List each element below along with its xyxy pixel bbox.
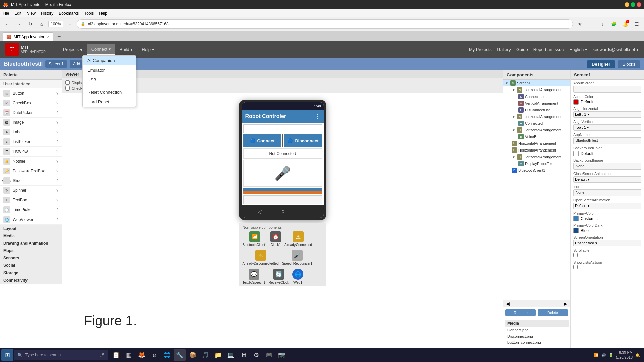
slider-help-icon[interactable]: ? — [56, 179, 58, 183]
refresh-button[interactable]: ↻ — [25, 19, 35, 29]
active-tab[interactable]: 🧱 MIT App Inventor ✕ — [3, 32, 53, 41]
notification-icon[interactable]: 🔔1 — [621, 19, 630, 29]
palette-category-storage[interactable]: Storage — [0, 269, 62, 277]
tablet-preview-checkbox[interactable] — [65, 86, 70, 90]
prop-closescreenanimation-select[interactable]: Default ▾ — [573, 176, 641, 183]
taskbar-ie[interactable]: e — [148, 349, 160, 361]
menu-edit[interactable]: Edit — [14, 11, 21, 16]
home-button[interactable]: ⌂ — [37, 19, 46, 29]
tab-close-button[interactable]: ✕ — [47, 35, 50, 39]
nav-connect[interactable]: Connect ▾ — [87, 44, 115, 55]
nonvisible-alreadyconnected[interactable]: ⚠ AlreadyConnected — [284, 231, 312, 247]
menu-file[interactable]: File — [3, 11, 9, 16]
media-item-disconnect[interactable]: Disconnect.png — [505, 333, 569, 339]
taskbar-chrome[interactable]: 🌐 — [161, 349, 173, 361]
palette-category-maps[interactable]: Maps — [0, 247, 62, 254]
taskbar-app2[interactable]: 📦 — [186, 349, 199, 361]
prop-alignvertical-select[interactable]: Top : 1 ▾ — [573, 124, 641, 131]
dropdown-hard-reset[interactable]: Hard Reset — [83, 97, 136, 107]
comp-connectlist[interactable]: L ConnectList — [503, 93, 570, 100]
palette-item-spinner[interactable]: ↻ Spinner ? — [0, 186, 62, 195]
palette-item-slider[interactable]: ⟵⟶ Slider ? — [0, 176, 62, 186]
zoom-increase-button[interactable]: + — [65, 19, 75, 29]
palette-category-drawing[interactable]: Drawing and Animation — [0, 240, 62, 247]
datepicker-help-icon[interactable]: ? — [56, 111, 58, 115]
prop-screenorientation-select[interactable]: Unspecified ▾ — [573, 240, 641, 246]
comp-va[interactable]: V VerticalArrangement — [503, 100, 570, 107]
prop-appname-value[interactable]: BluetoothTest — [573, 137, 641, 144]
display-hidden-checkbox[interactable] — [65, 80, 70, 85]
button-help-icon[interactable]: ? — [56, 91, 58, 95]
comp-ha3[interactable]: ▼ H HorizontalArrangement — [503, 127, 570, 133]
prop-alignhorizontal-select[interactable]: Left : 1 ▾ — [573, 111, 641, 118]
palette-item-image[interactable]: 🖼 Image ? — [0, 118, 62, 127]
nav-help[interactable]: Help ▾ — [138, 44, 158, 55]
primarycolor-swatch[interactable] — [573, 216, 579, 221]
rename-button[interactable]: Rename — [505, 309, 536, 316]
palette-item-listview[interactable]: ☰ ListView ? — [0, 147, 62, 157]
comp-screen1[interactable]: ▼ S Screen1 — [503, 80, 570, 86]
nonvisible-clock1[interactable]: ⏰ Clock1 — [270, 231, 281, 247]
comp-toggle-ha1[interactable]: ▼ — [512, 88, 516, 92]
nav-my-projects[interactable]: My Projects — [469, 47, 492, 52]
comp-connected[interactable]: A Connected — [503, 120, 570, 127]
extensions-button[interactable]: 🧩 — [609, 19, 619, 29]
nonvisible-texttospeech1[interactable]: 💬 TextToSpeech1 — [243, 269, 265, 284]
listpicker-help-icon[interactable]: ? — [56, 140, 58, 144]
comp-disconnectlist[interactable]: L DisConnectList — [503, 107, 570, 113]
comp-toggle-ha2[interactable]: ▼ — [512, 115, 516, 119]
more-options-button[interactable]: ⋮ — [586, 19, 596, 29]
comp-ha1[interactable]: ▼ H HorizontalArrangement — [503, 86, 570, 93]
timepicker-help-icon[interactable]: ? — [56, 208, 58, 212]
menu-tools[interactable]: Tools — [84, 11, 94, 16]
listview-help-icon[interactable]: ? — [56, 149, 58, 154]
taskbar-apps[interactable]: ▦ — [123, 349, 135, 361]
primarycolordark-swatch[interactable] — [573, 228, 579, 233]
palette-item-passwordtextbox[interactable]: 🔑 PasswordTextBox ? — [0, 166, 62, 176]
palette-item-button[interactable]: ▭ Button ? — [0, 88, 62, 98]
palette-item-textbox[interactable]: T TextBox ? — [0, 195, 62, 205]
palette-item-timepicker[interactable]: 🕐 TimePicker ? — [0, 205, 62, 215]
palette-item-label[interactable]: A Label ? — [0, 127, 62, 137]
taskbar-app5[interactable]: 💻 — [225, 349, 237, 361]
menu-view[interactable]: View — [27, 11, 36, 16]
forward-button[interactable]: → — [14, 19, 23, 29]
screen-button[interactable]: Screen1 — [45, 60, 67, 68]
phone-disconnect-button[interactable]: 🔵 Disconnect — [284, 134, 322, 147]
image-help-icon[interactable]: ? — [56, 120, 58, 124]
delete-button[interactable]: Delete — [538, 309, 568, 316]
nav-user[interactable]: kedwards@swbell.net ▾ — [593, 47, 639, 52]
dropdown-ai-companion[interactable]: AI Companion — [83, 56, 136, 65]
prop-showlistsasjson-checkbox[interactable] — [573, 265, 578, 269]
checkbox-help-icon[interactable]: ? — [56, 101, 58, 105]
comp-bluetoothclient1[interactable]: B BluetoothClient1 — [503, 167, 570, 174]
nav-projects[interactable]: Projects ▾ — [59, 44, 87, 55]
start-button[interactable]: ⊞ — [1, 349, 13, 361]
palette-category-social[interactable]: Social — [0, 262, 62, 269]
maximize-button[interactable] — [631, 2, 635, 7]
accent-color-swatch[interactable] — [573, 99, 579, 105]
prop-scrollable-checkbox[interactable] — [573, 253, 578, 257]
prop-aboutscreen-value[interactable] — [573, 86, 641, 93]
minimize-button[interactable] — [625, 2, 629, 7]
palette-category-layout[interactable]: Layout — [0, 225, 62, 232]
taskbar-clock[interactable]: 8:39 PM 5/26/2018 — [616, 350, 633, 360]
taskbar-app6[interactable]: 🖥 — [237, 349, 250, 361]
palette-item-listpicker[interactable]: ≡ ListPicker ? — [0, 137, 62, 147]
notifier-help-icon[interactable]: ? — [56, 159, 58, 163]
media-item-connect[interactable]: Connect.png — [505, 327, 569, 333]
taskbar-active-app[interactable]: 🔧 — [174, 349, 186, 361]
taskbar-app9[interactable]: 📷 — [276, 349, 288, 361]
taskbar-app3[interactable]: 🎵 — [199, 349, 211, 361]
palette-item-checkbox[interactable]: ☑ CheckBox ? — [0, 98, 62, 108]
palette-category-connectivity[interactable]: Connectivity — [0, 277, 62, 284]
nonvisible-alreadydisconnected[interactable]: ⚠ AlreadyDisconnectedted — [243, 250, 279, 265]
dropdown-emulator[interactable]: Emulator — [83, 65, 136, 75]
textbox-help-icon[interactable]: ? — [56, 198, 58, 202]
comp-ha5[interactable]: H HorizontalArrangement — [503, 147, 570, 154]
new-tab-button[interactable]: + — [55, 32, 63, 41]
phone-textbox1[interactable] — [243, 124, 322, 133]
phone-home-icon[interactable]: ○ — [281, 208, 285, 215]
menu-help[interactable]: Help — [99, 11, 107, 16]
palette-item-datepicker[interactable]: 📅 DatePicker ? — [0, 108, 62, 118]
